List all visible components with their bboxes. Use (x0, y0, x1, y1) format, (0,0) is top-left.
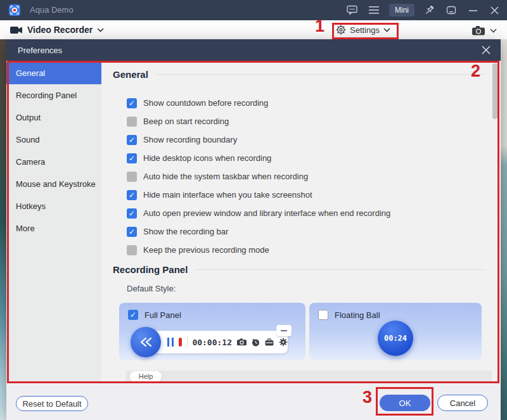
sidebar-item-general[interactable]: General (6, 62, 101, 84)
screenshot-button[interactable] (472, 23, 497, 38)
option-label: Hide desktop icons when recording (143, 153, 271, 163)
stop-icon (179, 338, 182, 347)
help-button[interactable]: Help (130, 371, 162, 382)
checkbox-show-recording-boundary[interactable]: ✓ (127, 135, 137, 145)
checkbox-show-countdown-before-recording[interactable]: ✓ (127, 98, 137, 108)
recorder-mode-label: Video Recorder (27, 25, 93, 35)
pause-icon (167, 338, 174, 347)
menu-icon[interactable] (368, 4, 380, 16)
titlebar: Aqua Demo Mini (0, 0, 507, 20)
full-panel-label: Full Panel (144, 310, 181, 320)
floating-ball-style-card[interactable]: Floating Ball 00:24 (309, 303, 482, 360)
option-label: Show recording boundary (143, 135, 237, 144)
preferences-content: General ✓Show countdown before recording… (101, 61, 501, 383)
floating-ball-timer: 00:24 (384, 334, 407, 343)
settings-button[interactable]: Settings (336, 22, 390, 37)
checkbox-hide-desktop-icons-when-recording[interactable]: ✓ (127, 153, 137, 163)
minimize-icon[interactable] (466, 4, 479, 16)
dialog-body: GeneralRecording PanelOutputSoundCameraM… (6, 61, 501, 383)
app-title: Aqua Demo (30, 0, 74, 20)
sidebar-item-sound[interactable]: Sound (6, 129, 101, 151)
option-row: ✓Hide desktop icons when recording (127, 149, 390, 167)
close-icon[interactable] (488, 4, 501, 16)
collapse-bar-icon (131, 327, 161, 357)
recorder-mode-selector[interactable]: Video Recorder (10, 20, 104, 39)
full-panel-style-card[interactable]: ✓ Full Panel 00:00:12 (119, 303, 305, 360)
feedback-icon[interactable] (346, 4, 359, 16)
ok-button[interactable]: OK (380, 395, 430, 411)
sidebar-item-mouse-and-keystroke[interactable]: Mouse and Keystroke (6, 173, 101, 195)
recording-panel-section-title: Recording Panel (113, 264, 188, 275)
annotation-step-1: 1 (315, 16, 324, 36)
next-section-strip (125, 371, 492, 383)
default-style-label: Default Style: (127, 284, 176, 293)
snapshot-icon (237, 338, 247, 346)
sidebar-item-more[interactable]: More (6, 217, 101, 239)
option-row: ✓Show recording boundary (127, 130, 390, 149)
dialog-close-icon[interactable] (482, 46, 491, 54)
checkbox-beep-on-start-recording[interactable] (127, 117, 137, 127)
option-label: Hide main interface when you take screen… (143, 190, 312, 200)
desktop-background-right (501, 39, 507, 420)
minimize-bar-icon (276, 325, 292, 336)
option-row: ✓Show countdown before recording (127, 94, 390, 112)
checkbox-hide-main-interface-when-you-take-screenshot[interactable]: ✓ (127, 190, 137, 200)
desktop-background-left (0, 39, 6, 420)
full-panel-checkbox[interactable]: ✓ (128, 310, 138, 320)
chevron-down-icon (490, 29, 497, 33)
recording-timer: 00:00:12 (192, 338, 232, 347)
dialog-title: Preferences (18, 46, 62, 55)
timer-icon (252, 338, 260, 347)
option-label: Show countdown before recording (143, 98, 268, 108)
general-section-title: General (113, 69, 148, 80)
option-row: Beep on start recording (127, 112, 390, 130)
checkbox-auto-open-preview-window-and-library-interface-when-end-recording[interactable]: ✓ (127, 208, 137, 219)
sidebar-item-camera[interactable]: Camera (6, 151, 101, 173)
dialog-footer: Reset to Default OK Cancel (6, 383, 501, 420)
scrollbar-thumb[interactable] (492, 63, 497, 119)
section-divider (156, 74, 485, 75)
reset-to-default-button[interactable]: Reset to Default (16, 396, 88, 411)
option-row: ✓Show the recording bar (127, 222, 390, 241)
general-section-header: General (113, 69, 485, 80)
option-label: Auto hide the system taskbar when record… (143, 172, 308, 181)
menubar: Video Recorder Settings (0, 20, 507, 39)
app-window: Aqua Demo Mini (0, 0, 507, 420)
option-label: Keep the previous recording mode (143, 245, 269, 255)
camera-icon (472, 26, 485, 35)
floating-ball-checkbox[interactable] (318, 310, 328, 320)
sidebar-item-output[interactable]: Output (6, 106, 101, 129)
option-label: Beep on start recording (143, 117, 229, 126)
sidebar-item-hotkeys[interactable]: Hotkeys (6, 195, 101, 217)
checkbox-keep-the-previous-recording-mode[interactable] (127, 245, 137, 255)
settings-label: Settings (350, 25, 380, 35)
gear-icon (336, 25, 346, 35)
option-row: ✓Auto open preview window and library in… (127, 204, 390, 222)
floating-ball-preview: 00:24 (378, 321, 413, 356)
dialog-header: Preferences (6, 39, 501, 61)
annotation-step-3: 3 (363, 388, 372, 407)
general-options-list: ✓Show countdown before recordingBeep on … (127, 94, 390, 259)
compact-window-icon[interactable] (445, 4, 458, 16)
app-logo-icon (9, 4, 20, 16)
checkbox-auto-hide-the-system-taskbar-when-recording[interactable] (127, 172, 137, 182)
sidebar-item-recording-panel[interactable]: Recording Panel (6, 84, 101, 106)
toolbox-icon (265, 338, 274, 346)
settings-gear-icon (279, 338, 288, 347)
option-label: Auto open preview window and library int… (143, 208, 390, 218)
mini-mode-button[interactable]: Mini (389, 4, 414, 16)
annotation-step-2: 2 (471, 61, 480, 81)
recording-panel-section-header: Recording Panel (113, 264, 485, 275)
preferences-sidebar: GeneralRecording PanelOutputSoundCameraM… (6, 61, 101, 383)
recording-bar-preview: 00:00:12 (132, 327, 292, 357)
checkbox-show-the-recording-bar[interactable]: ✓ (127, 227, 137, 237)
floating-ball-label: Floating Ball (335, 310, 380, 320)
option-row: Auto hide the system taskbar when record… (127, 167, 390, 186)
option-row: ✓Hide main interface when you take scree… (127, 186, 390, 204)
preferences-dialog: Preferences GeneralRecording PanelOutput… (6, 39, 501, 420)
option-label: Show the recording bar (143, 227, 228, 236)
cancel-button[interactable]: Cancel (437, 395, 488, 411)
pin-icon[interactable] (423, 4, 436, 16)
chevron-down-icon (383, 28, 390, 32)
video-camera-icon (10, 26, 23, 34)
